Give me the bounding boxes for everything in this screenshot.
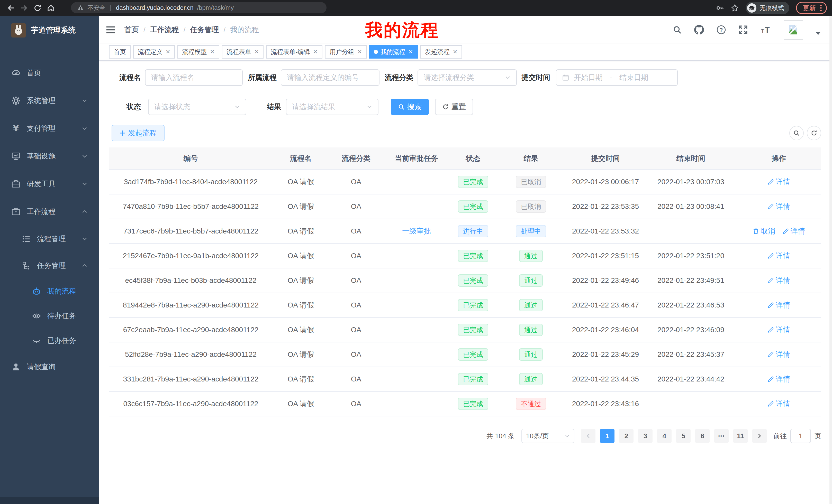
- reload-button[interactable]: [31, 1, 44, 15]
- cell-status: 已完成: [450, 391, 496, 416]
- cell-actions: 详情: [736, 317, 821, 342]
- back-button[interactable]: [4, 1, 18, 15]
- reset-button[interactable]: 重置: [435, 99, 473, 115]
- refresh-table-button[interactable]: [807, 126, 821, 140]
- detail-link[interactable]: 详情: [768, 349, 790, 359]
- detail-link[interactable]: 详情: [768, 177, 790, 187]
- search-button[interactable]: 搜索: [391, 99, 429, 115]
- cell-status: 进行中: [450, 219, 496, 244]
- key-icon[interactable]: [716, 4, 724, 12]
- close-icon[interactable]: ✕: [408, 49, 413, 55]
- detail-link[interactable]: 详情: [782, 226, 805, 236]
- breadcrumb-workflow[interactable]: 工作流程: [150, 25, 179, 35]
- page-size-select[interactable]: 10条/页: [521, 429, 574, 443]
- sidebar-item-system[interactable]: 系统管理: [0, 87, 99, 115]
- tab-process-definition[interactable]: 流程定义✕: [133, 45, 175, 59]
- scrollbar[interactable]: [829, 16, 832, 504]
- tab-my-process[interactable]: 我的流程✕: [369, 45, 418, 59]
- cancel-link[interactable]: 取消: [753, 226, 775, 236]
- briefcase-icon: [11, 207, 21, 216]
- tab-process-form-edit[interactable]: 流程表单-编辑✕: [266, 45, 322, 59]
- close-icon[interactable]: ✕: [165, 49, 170, 55]
- sidebar-item-label: 支付管理: [27, 123, 55, 133]
- edit-icon: [782, 228, 789, 234]
- page-button-4[interactable]: 4: [657, 429, 672, 443]
- home-button[interactable]: [44, 1, 58, 15]
- next-page-button[interactable]: [752, 429, 767, 443]
- show-search-button[interactable]: [789, 126, 804, 140]
- chevron-up-icon: [82, 209, 87, 215]
- app-title: 芋道管理系统: [31, 25, 76, 35]
- detail-link[interactable]: 详情: [768, 202, 790, 212]
- update-button[interactable]: 更新: [796, 2, 827, 14]
- sidebar-item-leave-query[interactable]: 请假查询: [0, 353, 99, 381]
- search-icon[interactable]: [673, 25, 682, 34]
- address-bar[interactable]: 不安全 dashboard.yudao.iocoder.cn/bpm/task/…: [71, 2, 327, 13]
- caret-down-icon[interactable]: [815, 32, 821, 35]
- sidebar-item-infra[interactable]: 基础设施: [0, 142, 99, 170]
- sidebar-item-task-mgmt[interactable]: 任务管理: [0, 252, 99, 279]
- collapse-menu-icon[interactable]: [105, 25, 116, 35]
- close-icon[interactable]: ✕: [357, 49, 362, 55]
- avatar[interactable]: [784, 20, 803, 39]
- tab-process-form[interactable]: 流程表单✕: [222, 45, 263, 59]
- cell-end-time: [645, 219, 736, 244]
- process-name-input[interactable]: 请输入流程名: [145, 69, 243, 86]
- app-logo[interactable]: 芋道管理系统: [0, 16, 99, 45]
- cell-result: 处理中: [496, 219, 566, 244]
- status-select[interactable]: 请选择状态: [148, 99, 246, 115]
- detail-link[interactable]: 详情: [768, 325, 790, 335]
- tab-start-process[interactable]: 发起流程✕: [420, 45, 462, 59]
- detail-link[interactable]: 详情: [768, 300, 790, 310]
- sidebar-item-done-tasks[interactable]: 已办任务: [0, 328, 99, 353]
- sidebar-item-devtools[interactable]: 研发工具: [0, 170, 99, 198]
- bookmark-star-icon[interactable]: [731, 4, 739, 12]
- forward-button[interactable]: [18, 1, 31, 15]
- close-icon[interactable]: ✕: [210, 49, 214, 55]
- sidebar-item-todo-tasks[interactable]: 待办任务: [0, 304, 99, 328]
- result-select[interactable]: 请选择流结果: [286, 99, 379, 115]
- close-icon[interactable]: ✕: [453, 49, 458, 55]
- sidebar-item-process-mgmt[interactable]: 流程管理: [0, 226, 99, 252]
- goto-page-input[interactable]: 1: [790, 429, 811, 443]
- detail-link[interactable]: 详情: [768, 251, 790, 261]
- page-button-6[interactable]: 6: [695, 429, 710, 443]
- detail-link[interactable]: 详情: [768, 276, 790, 285]
- category-select[interactable]: 请选择流程分类: [418, 69, 517, 86]
- detail-link[interactable]: 详情: [768, 374, 790, 384]
- col-current-task: 当前审批任务: [383, 147, 450, 170]
- sidebar-item-home[interactable]: 首页: [0, 59, 99, 87]
- parent-process-input[interactable]: 请输入流程定义的编号: [281, 69, 380, 86]
- sidebar-item-workflow[interactable]: 工作流程: [0, 198, 99, 226]
- table-row: 2152467e-7b9b-11ec-9a1b-acde48001122OA 请…: [109, 244, 821, 268]
- fullscreen-icon[interactable]: [738, 25, 748, 34]
- tab-process-model[interactable]: 流程模型✕: [177, 45, 219, 59]
- close-icon[interactable]: ✕: [313, 49, 317, 55]
- result-badge: 已取消: [516, 176, 546, 188]
- task-link[interactable]: 一级审批: [402, 227, 431, 235]
- font-size-icon[interactable]: TT: [760, 25, 771, 34]
- tab-user-group[interactable]: 用户分组✕: [325, 45, 367, 59]
- submit-time-range[interactable]: 开始日期 - 结束日期: [556, 69, 678, 86]
- page-button-2[interactable]: 2: [619, 429, 633, 443]
- page-button-3[interactable]: 3: [638, 429, 653, 443]
- github-icon[interactable]: [694, 25, 704, 35]
- detail-link[interactable]: 详情: [768, 399, 790, 409]
- breadcrumb-home[interactable]: 首页: [125, 25, 139, 35]
- browser-menu-icon[interactable]: [820, 4, 822, 11]
- page-ellipsis[interactable]: •••: [714, 429, 729, 443]
- close-icon[interactable]: ✕: [254, 49, 259, 55]
- start-process-button[interactable]: 发起流程: [111, 125, 164, 141]
- sidebar-item-my-process[interactable]: 我的流程: [0, 279, 99, 304]
- tab-home[interactable]: 首页: [109, 45, 131, 59]
- page-button-5[interactable]: 5: [676, 429, 691, 443]
- sidebar-item-payment[interactable]: ¥ 支付管理: [0, 115, 99, 142]
- cell-name: OA 请假: [272, 317, 329, 342]
- sidebar-collapse-bar[interactable]: [0, 497, 99, 504]
- prev-page-button[interactable]: [581, 429, 595, 443]
- page-button-1[interactable]: 1: [600, 429, 615, 443]
- page-button-11[interactable]: 11: [733, 429, 748, 443]
- breadcrumb-task-mgmt[interactable]: 任务管理: [190, 25, 219, 35]
- status-badge: 已完成: [458, 176, 488, 188]
- question-icon[interactable]: ?: [716, 25, 726, 35]
